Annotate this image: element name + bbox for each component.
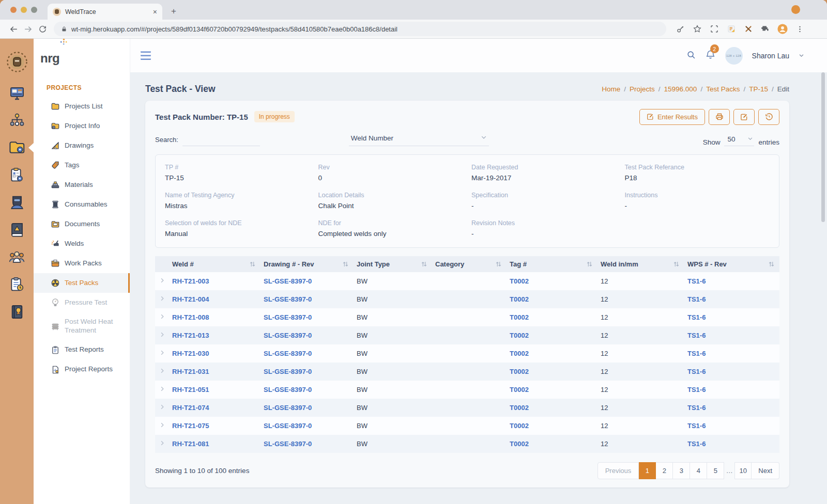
page-5-button[interactable]: 5 <box>707 462 724 479</box>
search-input[interactable] <box>182 134 260 146</box>
enter-results-button[interactable]: Enter Results <box>639 109 705 125</box>
notifications-bell-icon[interactable]: 2 <box>705 49 716 62</box>
column-header-wps-rev[interactable]: WPS # - Rev <box>684 256 779 272</box>
team-people-icon[interactable] <box>0 243 34 271</box>
cell-drawing[interactable]: SL-GSE-8397-0 <box>261 381 354 399</box>
cell-wps[interactable]: TS1-6 <box>684 381 779 399</box>
print-button[interactable] <box>709 109 730 125</box>
column-header-category[interactable]: Category <box>432 256 507 272</box>
cell-tag[interactable]: T0002 <box>507 417 598 435</box>
cell-drawing[interactable]: SL-GSE-8397-0 <box>261 399 354 417</box>
expand-row-icon[interactable] <box>155 399 169 417</box>
breadcrumb-15996-000[interactable]: 15996.000 <box>664 85 697 93</box>
cell-weld[interactable]: RH-T21-004 <box>169 290 261 308</box>
cell-wps[interactable]: TS1-6 <box>684 290 779 308</box>
hamburger-menu-icon[interactable] <box>141 51 151 60</box>
cell-tag[interactable]: T0002 <box>507 308 598 326</box>
sidebar-item-test-reports[interactable]: Test Reports <box>34 340 130 360</box>
sidebar-item-welds[interactable]: Welds <box>34 234 130 254</box>
cell-weld[interactable]: RH-T21-081 <box>169 435 261 453</box>
cell-drawing[interactable]: SL-GSE-8397-0 <box>261 290 354 308</box>
browser-profile-dot-icon[interactable] <box>791 5 800 14</box>
breadcrumb-tp-15[interactable]: TP-15 <box>749 85 768 93</box>
cell-weld[interactable]: RH-T21-074 <box>169 399 261 417</box>
sort-icon[interactable] <box>496 261 501 267</box>
cell-drawing[interactable]: SL-GSE-8397-0 <box>261 272 354 290</box>
notes-extension-icon[interactable] <box>725 22 738 36</box>
cell-wps[interactable]: TS1-6 <box>684 272 779 290</box>
cell-tag[interactable]: T0002 <box>507 344 598 363</box>
certificate-book-icon[interactable] <box>0 298 34 325</box>
sidebar-item-drawings[interactable]: Drawings <box>34 136 130 155</box>
user-menu-chevron-down-icon[interactable] <box>799 51 804 60</box>
expand-row-icon[interactable] <box>155 308 169 326</box>
drawings-book-icon[interactable] <box>0 216 34 243</box>
next-button[interactable]: Next <box>752 462 779 479</box>
browser-tab[interactable]: WeldTrace × <box>48 4 162 20</box>
star-icon[interactable] <box>691 22 704 36</box>
column-header-tag-[interactable]: Tag # <box>507 256 598 272</box>
cell-drawing[interactable]: SL-GSE-8397-0 <box>261 326 354 344</box>
cell-wps[interactable]: TS1-6 <box>684 363 779 381</box>
column-header-drawing-rev[interactable]: Drawing # - Rev <box>261 256 354 272</box>
cell-drawing[interactable]: SL-GSE-8397-0 <box>261 344 354 363</box>
cell-wps[interactable]: TS1-6 <box>684 435 779 453</box>
cell-tag[interactable]: T0002 <box>507 326 598 344</box>
forward-button[interactable] <box>21 22 35 36</box>
org-chart-icon[interactable] <box>0 106 34 134</box>
zoom-window-icon[interactable] <box>31 7 37 13</box>
profile-avatar-icon[interactable] <box>776 22 789 36</box>
cell-tag[interactable]: T0002 <box>507 290 598 308</box>
scrollbar-thumb[interactable] <box>821 72 825 222</box>
cell-drawing[interactable]: SL-GSE-8397-0 <box>261 363 354 381</box>
sidebar-item-tags[interactable]: Tags <box>34 155 130 175</box>
cell-tag[interactable]: T0002 <box>507 435 598 453</box>
cell-weld[interactable]: RH-T21-051 <box>169 381 261 399</box>
reload-button[interactable] <box>35 22 50 36</box>
page-1-button[interactable]: 1 <box>639 462 656 479</box>
crossed-sticks-extension-icon[interactable] <box>742 22 755 36</box>
cell-wps[interactable]: TS1-6 <box>684 417 779 435</box>
cell-drawing[interactable]: SL-GSE-8397-0 <box>261 308 354 326</box>
forms-clipboard-icon[interactable] <box>0 161 34 188</box>
breadcrumb-home[interactable]: Home <box>602 85 620 93</box>
expand-row-icon[interactable] <box>155 363 169 381</box>
kebab-menu-icon[interactable] <box>793 22 806 36</box>
key-icon[interactable] <box>673 22 687 36</box>
cell-tag[interactable]: T0002 <box>507 381 598 399</box>
dashboard-monitor-icon[interactable] <box>0 79 34 106</box>
sidebar-item-work-packs[interactable]: Work Packs <box>34 254 130 273</box>
cell-tag[interactable]: T0002 <box>507 363 598 381</box>
sort-icon[interactable] <box>587 261 592 267</box>
cell-weld[interactable]: RH-T21-030 <box>169 344 261 363</box>
sidebar-item-project-reports[interactable]: Project Reports <box>34 360 130 380</box>
window-controls[interactable] <box>10 7 37 13</box>
cell-drawing[interactable]: SL-GSE-8397-0 <box>261 435 354 453</box>
search-icon[interactable] <box>686 50 696 61</box>
prev-button[interactable]: Previous <box>598 462 639 479</box>
cell-wps[interactable]: TS1-6 <box>684 399 779 417</box>
expand-row-icon[interactable] <box>155 290 169 308</box>
page-3-button[interactable]: 3 <box>673 462 690 479</box>
sidebar-item-documents[interactable]: Documents <box>34 214 130 234</box>
expand-row-icon[interactable] <box>155 326 169 344</box>
expand-row-icon[interactable] <box>155 272 169 290</box>
sort-icon[interactable] <box>250 261 255 267</box>
user-name[interactable]: Sharon Lau <box>752 52 789 60</box>
schedule-clipboard-icon[interactable] <box>0 271 34 298</box>
page-4-button[interactable]: 4 <box>690 462 707 479</box>
breadcrumb-projects[interactable]: Projects <box>630 85 655 93</box>
page-2-button[interactable]: 2 <box>656 462 673 479</box>
sidebar-item-post-weld-heat-treatment[interactable]: Post Weld Heat Treatment <box>34 312 130 340</box>
page-size-select[interactable]: 50 <box>724 135 754 146</box>
welder-helmet-icon[interactable] <box>0 188 34 216</box>
cell-weld[interactable]: RH-T21-075 <box>169 417 261 435</box>
cell-wps[interactable]: TS1-6 <box>684 326 779 344</box>
sort-icon[interactable] <box>769 261 774 267</box>
back-button[interactable] <box>6 22 21 36</box>
expand-row-icon[interactable] <box>155 417 169 435</box>
sidebar-item-projects-list[interactable]: Projects List <box>34 97 130 116</box>
sidebar-item-project-info[interactable]: Project Info <box>34 116 130 136</box>
minimize-window-icon[interactable] <box>21 7 27 13</box>
expand-row-icon[interactable] <box>155 381 169 399</box>
